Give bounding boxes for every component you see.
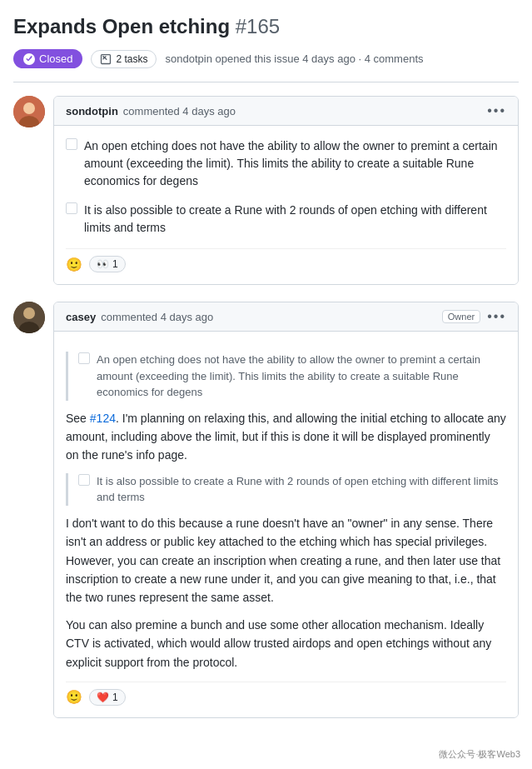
issue-meta-row: Closed 2 tasks sondotpin opened this iss… xyxy=(13,49,519,68)
quoted-checkbox-text-1: An open etching does not have the abilit… xyxy=(97,352,506,401)
reactions-row-sondotpin: 🙂 👀 1 xyxy=(66,248,506,272)
more-options-icon-sondotpin[interactable]: ••• xyxy=(487,103,506,118)
avatar-graphic-casey xyxy=(13,302,45,333)
comment-body-sondotpin: An open etching does not have the abilit… xyxy=(54,126,518,284)
comment-box-sondotpin: sondotpin commented 4 days ago ••• An op… xyxy=(53,96,519,285)
comment-header-casey: casey commented 4 days ago Owner ••• xyxy=(54,302,518,332)
comment-timestamp-casey: commented 4 days ago xyxy=(101,311,213,323)
reaction-eyes[interactable]: 👀 1 xyxy=(89,256,126,272)
tasks-badge: 2 tasks xyxy=(91,50,157,68)
eyes-count: 1 xyxy=(112,258,118,270)
checkbox-item-1: An open etching does not have the abilit… xyxy=(66,137,506,190)
comment-sondotpin: sondotpin commented 4 days ago ••• An op… xyxy=(13,96,519,285)
svg-point-4 xyxy=(23,307,35,319)
check-circle-icon xyxy=(23,53,35,65)
checkbox-2[interactable] xyxy=(66,202,77,214)
comment-paragraph-3: You can also premine a bunch and use som… xyxy=(66,616,506,672)
issue-number: #165 xyxy=(236,15,280,37)
add-reaction-button-sondotpin[interactable]: 🙂 xyxy=(66,257,82,272)
avatar-sondotpin xyxy=(13,96,45,127)
svg-point-1 xyxy=(23,102,35,114)
status-label: Closed xyxy=(39,52,72,65)
task-list-icon xyxy=(100,53,112,65)
comment-body-casey: An open etching does not have the abilit… xyxy=(54,332,518,717)
comment-box-casey: casey commented 4 days ago Owner ••• An … xyxy=(53,302,519,718)
comment-header-sondotpin: sondotpin commented 4 days ago ••• xyxy=(54,97,518,126)
issue-title: Expands Open etching #165 xyxy=(13,13,519,39)
page-container: Expands Open etching #165 Closed 2 tasks… xyxy=(0,0,532,718)
quote-block-2: It is also possible to create a Rune wit… xyxy=(66,473,506,506)
reactions-row-casey: 🙂 ❤️ 1 xyxy=(66,682,506,706)
owner-badge: Owner xyxy=(442,310,480,323)
eyes-emoji: 👀 xyxy=(97,258,109,270)
issue-link-124[interactable]: #124 xyxy=(90,412,116,425)
quoted-checkbox-1[interactable] xyxy=(78,352,90,364)
quote-block-1: An open etching does not have the abilit… xyxy=(66,352,506,401)
comment-author-sondotpin[interactable]: sondotpin xyxy=(66,105,118,117)
avatar-graphic-sondotpin xyxy=(13,96,45,127)
watermark: 微公众号·极客Web3 xyxy=(434,747,525,762)
comment-author-casey[interactable]: casey xyxy=(66,311,96,323)
status-badge: Closed xyxy=(13,49,82,68)
heart-count: 1 xyxy=(112,692,118,703)
checkbox-item-2: It is also possible to create a Rune wit… xyxy=(66,202,506,237)
checkbox-1[interactable] xyxy=(66,138,77,150)
add-reaction-button-casey[interactable]: 🙂 xyxy=(66,689,82,705)
tasks-label: 2 tasks xyxy=(116,53,147,65)
more-options-icon-casey[interactable]: ••• xyxy=(487,309,506,324)
heart-emoji: ❤️ xyxy=(97,692,109,703)
issue-meta-text: sondotpin opened this issue 4 days ago ·… xyxy=(165,52,423,65)
divider xyxy=(13,82,519,82)
quoted-checkbox-item-1: An open etching does not have the abilit… xyxy=(78,352,506,401)
quoted-checkbox-2[interactable] xyxy=(78,474,90,486)
avatar-casey xyxy=(13,302,45,333)
checkbox-text-2: It is also possible to create a Rune wit… xyxy=(84,202,506,237)
issue-title-text: Expands Open etching xyxy=(13,15,230,37)
comment-casey: casey commented 4 days ago Owner ••• An … xyxy=(13,302,519,718)
quoted-checkbox-item-2: It is also possible to create a Rune wit… xyxy=(78,473,506,506)
comment-timestamp-sondotpin: commented 4 days ago xyxy=(123,105,236,117)
comment-paragraph-2: I don't want to do this because a rune d… xyxy=(66,514,506,607)
quoted-checkbox-text-2: It is also possible to create a Rune wit… xyxy=(97,473,506,506)
checkbox-text-1: An open etching does not have the abilit… xyxy=(84,137,506,190)
comment-paragraph-1: See #124. I'm planning on relaxing this,… xyxy=(66,409,506,465)
reaction-heart[interactable]: ❤️ 1 xyxy=(89,689,126,706)
